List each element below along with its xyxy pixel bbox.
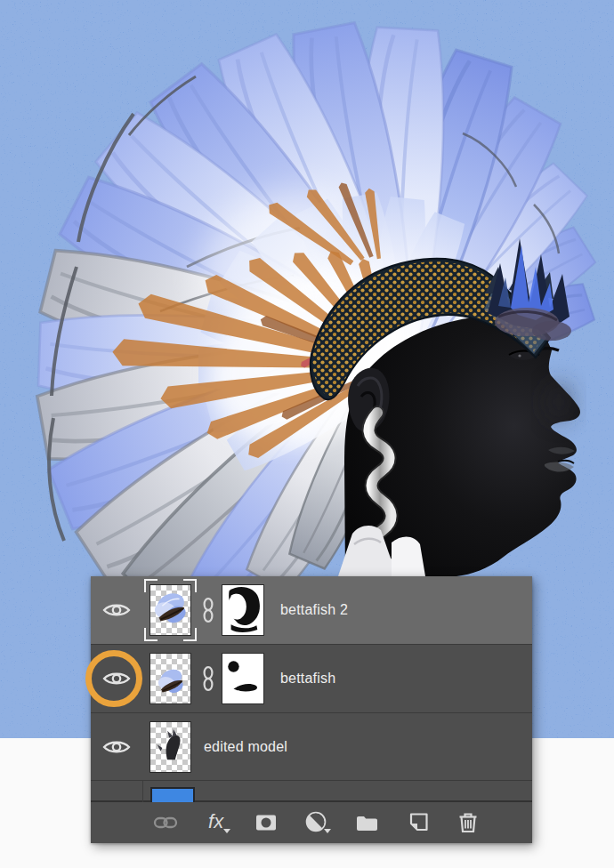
add-layer-mask-button[interactable] xyxy=(250,807,282,839)
layer-name[interactable]: bettafish 2 xyxy=(280,602,348,618)
visibility-toggle-edited-model[interactable] xyxy=(91,713,142,780)
mask-link-icon[interactable] xyxy=(202,665,214,692)
mask-image xyxy=(222,585,263,635)
new-group-button[interactable] xyxy=(351,807,384,839)
fish-thumbnail-image xyxy=(150,585,190,635)
layer-thumbnail-bettafish-2[interactable] xyxy=(149,584,191,636)
caret-down-icon xyxy=(223,829,230,833)
link-layers-icon xyxy=(153,810,178,835)
layer-styles-fx-icon: fx xyxy=(208,812,223,833)
new-adjustment-layer-button[interactable] xyxy=(301,807,333,839)
layer-row-edited-model[interactable]: edited model xyxy=(91,713,532,781)
visibility-toggle-bettafish-2[interactable] xyxy=(91,576,142,644)
partial-eye-cell xyxy=(91,781,143,800)
layer-name[interactable]: edited model xyxy=(204,739,287,755)
mask-link-icon[interactable] xyxy=(202,597,214,623)
layer-mask-thumbnail-bettafish[interactable] xyxy=(222,653,264,704)
delete-layer-icon xyxy=(456,810,481,835)
caret-down-icon xyxy=(324,829,331,833)
add-layer-mask-icon xyxy=(254,810,279,835)
layers-panel-toolbar: fx xyxy=(91,802,532,843)
eye-icon xyxy=(102,601,131,619)
link-layers-button[interactable] xyxy=(149,807,182,839)
visibility-toggle-bettafish[interactable] xyxy=(91,645,142,712)
model-thumbnail-image xyxy=(150,722,190,772)
new-layer-button[interactable] xyxy=(401,807,433,839)
mask-image xyxy=(222,654,263,703)
layer-row-bettafish-2[interactable]: bettafish 2 xyxy=(91,576,532,645)
layer-name[interactable]: bettafish xyxy=(280,671,335,687)
layer-thumbnail-edited-model[interactable] xyxy=(149,721,191,773)
layer-row-bettafish[interactable]: bettafish xyxy=(91,645,532,713)
screenshot-stage: bettafish 2 xyxy=(0,0,614,868)
layer-mask-thumbnail-bettafish-2[interactable] xyxy=(222,584,264,636)
eye-icon xyxy=(102,670,131,687)
delete-layer-button[interactable] xyxy=(452,807,484,839)
eye-icon xyxy=(102,738,131,756)
new-layer-icon xyxy=(405,810,430,835)
new-group-icon xyxy=(355,810,380,835)
layer-row-partial[interactable] xyxy=(91,781,532,802)
layer-styles-button[interactable]: fx xyxy=(200,807,232,839)
layers-panel: bettafish 2 xyxy=(91,576,532,843)
fish-thumbnail-image xyxy=(150,654,190,703)
layer-thumbnail-bettafish[interactable] xyxy=(149,653,191,704)
blue-layer-thumbnail[interactable] xyxy=(150,787,195,802)
